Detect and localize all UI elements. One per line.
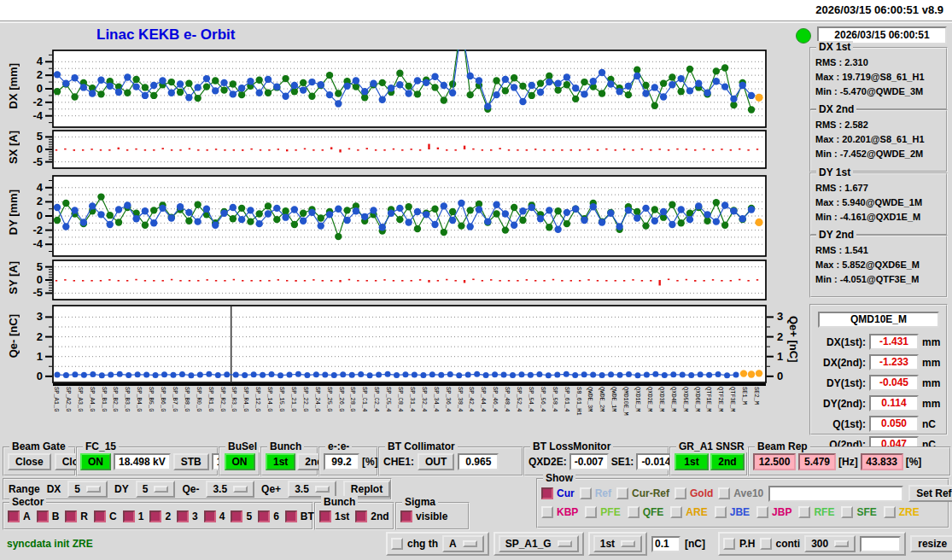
range-qe--value: 3.5 xyxy=(213,483,227,495)
sector-toggle-b[interactable] xyxy=(37,510,49,522)
chg-th-toggle[interactable] xyxy=(391,538,403,550)
bpm-label-sp-a3-g: SP_A3_G xyxy=(77,387,83,411)
points-select[interactable]: 300 xyxy=(804,535,856,552)
sector-title: Sector xyxy=(9,496,46,508)
status-indicator-icon xyxy=(796,28,811,44)
ph-toggle[interactable] xyxy=(723,538,735,550)
range-dy-select[interactable]: 5 xyxy=(136,481,176,498)
bpm-label-sp-r4-g: SP_R4_G xyxy=(242,387,248,411)
threshold-select[interactable]: A xyxy=(442,535,484,552)
gr-a1-2nd-button[interactable]: 2nd xyxy=(710,453,745,470)
dy-1st-stats: DY 1st RMS : 1.677 Max : 5.940@QWDE_1M M… xyxy=(809,172,948,236)
range-dy-value: 5 xyxy=(143,483,149,495)
sector-toggle-3[interactable] xyxy=(177,510,189,522)
show-item-zre: ZRE xyxy=(884,506,920,518)
range-dx-select[interactable]: 5 xyxy=(67,481,108,498)
show-toggle-are[interactable] xyxy=(670,506,682,518)
bpm-label-qxd3e-m: QXD3E_M xyxy=(658,387,664,411)
show-group: Show CurRefCur-RefGoldAve10 Set Ref KBPP… xyxy=(536,478,949,528)
show-toggle-qfe[interactable] xyxy=(628,506,640,518)
sector-toggle-5[interactable] xyxy=(231,510,242,522)
sector-toggle-4[interactable] xyxy=(204,510,216,522)
range-qe--select[interactable]: 3.5 xyxy=(206,481,254,498)
conti-toggle[interactable] xyxy=(760,538,772,550)
bpm-label-sp-26-g: SP_26_G xyxy=(338,387,344,411)
sector-toggle-6[interactable] xyxy=(258,510,270,522)
bunch-select-toggle-1st[interactable] xyxy=(319,510,331,522)
dx1-min: Min : -5.470@QWDE_3M xyxy=(815,85,942,99)
sector-label-a: A xyxy=(23,510,31,522)
ref-name-input[interactable] xyxy=(768,486,903,502)
sigma-label-visible: visible xyxy=(416,510,447,522)
show-item-cur-ref: Cur-Ref xyxy=(616,487,669,499)
status-controls: chg th A SP_A1_G 1st [nC] P.H conti 300 … xyxy=(386,531,952,557)
qmd-panel: QMD10E_M DX(1st):-1.431mmDX(2nd):-1.233m… xyxy=(809,304,948,435)
svg-text:-5: -5 xyxy=(32,155,43,168)
svg-text:0: 0 xyxy=(37,143,43,155)
busel-on-button[interactable]: ON xyxy=(225,453,255,470)
dropdown-handle-icon xyxy=(463,540,477,547)
bpm-label-sp-c5-4: SP_C5_4 xyxy=(385,387,391,411)
fc15-stb-button[interactable]: STB xyxy=(173,453,209,470)
show-toggle-ref[interactable] xyxy=(580,487,592,499)
resize-button[interactable]: resize xyxy=(910,535,952,552)
show-toggle-pfe[interactable] xyxy=(585,506,597,518)
set-ref-button[interactable]: Set Ref xyxy=(908,485,952,502)
sigma-toggle-visible[interactable] xyxy=(400,510,412,522)
dy-1st-title: DY 1st xyxy=(816,166,853,178)
show-toggle-zre[interactable] xyxy=(884,506,896,518)
dy-2nd-title: DY 2nd xyxy=(816,229,856,241)
qmd-dy-1st--unit: mm xyxy=(922,377,944,389)
dy-axis-title: DY [mm] xyxy=(7,190,20,235)
qmd-q-1st--value: 0.050 xyxy=(869,416,919,432)
range-qe--select[interactable]: 3.5 xyxy=(288,481,336,498)
beam-rep-duty-value: 43.833 xyxy=(861,453,903,470)
bunch-select-label-1st: 1st xyxy=(335,510,349,522)
show-toggle-ave10[interactable] xyxy=(718,487,730,499)
beam-gate-close-1-button[interactable]: Close xyxy=(8,453,51,470)
qmd-dx-1st--label: DX(1st): xyxy=(815,336,866,348)
show-toggle-jbe[interactable] xyxy=(715,506,727,518)
bunch-select-toggle-2nd[interactable] xyxy=(355,510,367,522)
show-toggle-kbp[interactable] xyxy=(541,506,553,518)
show-title: Show xyxy=(543,472,575,484)
dy-2nd-stats: DY 2nd RMS : 1.541 Max : 5.852@QXD6E_M M… xyxy=(809,235,948,298)
sector-item-b: B xyxy=(37,510,60,522)
show-toggle-sfe[interactable] xyxy=(841,506,853,518)
replot-button[interactable]: Replot xyxy=(343,481,390,498)
sector-toggle-a[interactable] xyxy=(8,510,20,522)
ee-ratio-group: e-:e- 99.2 [%] xyxy=(318,446,378,476)
dropdown-handle-icon xyxy=(834,540,849,547)
fc15-on-button[interactable]: ON xyxy=(80,453,111,470)
bpm-label-se1-m: SE1_M xyxy=(741,387,747,405)
qmd-dx-2nd--value: -1.233 xyxy=(869,354,919,370)
bt-collimator-out-button[interactable]: OUT xyxy=(418,453,454,470)
extra-input[interactable] xyxy=(860,536,901,552)
charge-threshold-input[interactable] xyxy=(651,536,680,552)
bpm-label-qwde-1m: QWDE_1M xyxy=(610,387,616,411)
sector-toggle-r[interactable] xyxy=(65,510,77,522)
show-toggle-rfe[interactable] xyxy=(798,506,810,518)
show-toggle-cur[interactable] xyxy=(541,487,553,499)
show-label-ref: Ref xyxy=(595,487,611,499)
bunch-1st-button[interactable]: 1st xyxy=(266,453,295,470)
status-bunch-select[interactable]: 1st xyxy=(593,535,642,552)
sector-toggle-c[interactable] xyxy=(94,510,106,522)
show-toggle-cur-ref[interactable] xyxy=(616,487,628,499)
monitor-select[interactable]: SP_A1_G xyxy=(499,535,579,552)
gr-a1-1st-button[interactable]: 1st xyxy=(675,453,709,470)
svg-text:0: 0 xyxy=(777,370,783,382)
show-label-gold: Gold xyxy=(690,487,713,499)
sector-toggle-bt[interactable] xyxy=(285,510,297,522)
bpm-label-sp-a4-g: SP_A4_G xyxy=(89,387,95,411)
conti-label: conti xyxy=(776,538,801,550)
sector-toggle-1[interactable] xyxy=(123,510,135,522)
sector-label-4: 4 xyxy=(219,510,225,522)
bpm-label-sp-14-g: SP_14_G xyxy=(266,387,272,411)
show-item-rfe: RFE xyxy=(798,506,834,518)
show-toggle-gold[interactable] xyxy=(675,487,686,499)
sector-toggle-2[interactable] xyxy=(149,510,161,522)
bpm-label-sp-22-g: SP_22_G xyxy=(302,387,308,411)
show-toggle-jbp[interactable] xyxy=(756,506,768,518)
svg-text:0: 0 xyxy=(37,370,43,382)
